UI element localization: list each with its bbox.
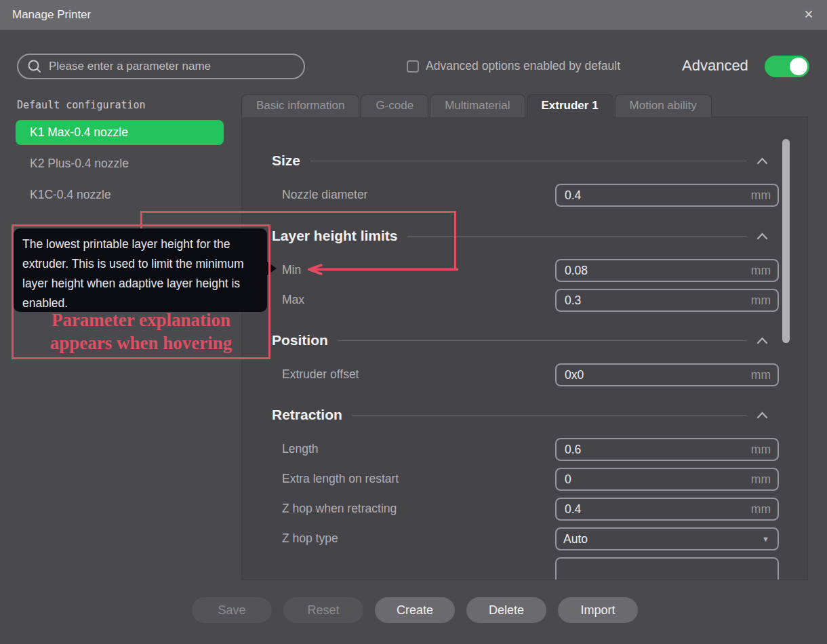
tab-motion-ability[interactable]: Motion ability (615, 94, 712, 117)
min-field: mm (555, 259, 779, 282)
reset-button[interactable]: Reset (283, 597, 363, 623)
setting-row-max: Maxmm (242, 289, 807, 312)
dropdown-caret-icon[interactable]: ▼ (762, 535, 769, 543)
section-header-position: Position (272, 331, 768, 350)
search-input[interactable] (47, 59, 281, 74)
setting-label: Z hop type (282, 531, 338, 546)
extruder-offset-field: mm (555, 363, 779, 386)
setting-row-z-hop-type: Z hop typeAuto▼ (242, 527, 807, 550)
section-title: Retraction (272, 407, 342, 423)
extra-length-on-restart-input[interactable] (563, 472, 751, 487)
setting-label: Extruder offset (282, 367, 359, 382)
unit-label: mm (751, 443, 771, 457)
collapse-chevron-icon[interactable] (757, 233, 768, 240)
z-hop-when-retracting-field: mm (555, 498, 779, 521)
unit-label: mm (751, 368, 771, 382)
z-hop-type-dropdown[interactable]: Auto▼ (555, 527, 779, 550)
toggle-knob (790, 58, 807, 75)
min-input[interactable] (563, 263, 751, 279)
section-header-retraction: Retraction (272, 405, 768, 424)
tab-multimaterial[interactable]: Multimaterial (430, 94, 525, 117)
unit-label: mm (751, 472, 771, 487)
unit-label: mm (751, 502, 771, 517)
footer-buttons: SaveResetCreateDeleteImport (192, 597, 638, 623)
search-icon (27, 59, 42, 74)
collapse-chevron-icon[interactable] (757, 157, 768, 165)
sidebar-item-k2-plus-0-4-nozzle[interactable]: K2 Plus-0.4 nozzle (16, 151, 224, 176)
section-title: Position (272, 332, 328, 348)
extra-length-on-restart-field: mm (555, 468, 779, 491)
advanced-toggle[interactable] (765, 56, 809, 77)
tab-g-code[interactable]: G-code (361, 94, 428, 117)
extruder-offset-input[interactable] (563, 367, 751, 383)
setting-row-z-hop-when-retracting: Z hop when retractingmm (242, 498, 807, 521)
tab-basic-information[interactable]: Basic information (241, 94, 359, 117)
section-divider (407, 236, 747, 237)
tab-bar: Basic informationG-codeMultimaterialExtr… (241, 94, 713, 119)
max-input[interactable] (563, 293, 751, 308)
max-field: mm (555, 289, 779, 312)
z-hop-when-retracting-input[interactable] (563, 502, 751, 517)
setting-label: Extra length on restart (282, 472, 399, 486)
section-title: Size (272, 153, 300, 169)
save-button[interactable]: Save (192, 597, 272, 623)
section-header-size: Size (272, 151, 768, 170)
setting-label: Z hop when retracting (282, 502, 397, 516)
length-input[interactable] (563, 442, 751, 458)
setting-row-extra-length-on-restart: Extra length on restartmm (242, 468, 807, 491)
title-bar: Manage Printer × (0, 0, 827, 30)
scrollbar-thumb[interactable] (782, 139, 790, 343)
collapse-chevron-icon[interactable] (757, 411, 768, 419)
setting-row-nozzle-diameter: Nozzle diametermm (242, 184, 807, 207)
section-divider (352, 415, 747, 416)
unit-label: mm (751, 188, 771, 203)
setting-row-length: Lengthmm (242, 438, 807, 461)
panel-sections: SizeNozzle diametermmLayer height limits… (242, 117, 807, 580)
extruder-settings-panel: SizeNozzle diametermmLayer height limits… (241, 117, 808, 580)
sidebar-item-k1-max-0-4-nozzle[interactable]: K1 Max-0.4 nozzle (16, 120, 224, 145)
section-divider (338, 340, 747, 341)
setting-label: Length (282, 442, 319, 456)
length-field: mm (555, 438, 779, 461)
setting-row-extruder-offset: Extruder offsetmm (242, 363, 807, 386)
sidebar-item-k1c-0-4-nozzle[interactable]: K1C-0.4 nozzle (16, 182, 224, 207)
import-button[interactable]: Import (558, 597, 638, 623)
unit-label: mm (751, 264, 771, 278)
annotation-arrow-icon (305, 264, 458, 275)
section-divider (310, 161, 747, 161)
create-button[interactable]: Create (375, 597, 455, 623)
parameter-search[interactable] (17, 54, 305, 79)
advanced-default-checkbox[interactable] (407, 60, 419, 73)
partial-field (555, 557, 779, 580)
annotation-caption-line1: Parameter explanation (12, 308, 270, 331)
delete-button[interactable]: Delete (466, 597, 546, 623)
setting-label: Max (282, 293, 304, 307)
setting-row-partial (242, 557, 807, 580)
nozzle-diameter-input[interactable] (563, 188, 751, 203)
annotation-caption-line2: appears when hovering (12, 331, 270, 355)
unit-label: mm (751, 294, 771, 308)
collapse-chevron-icon[interactable] (757, 337, 768, 344)
dropdown-value: Auto (563, 532, 762, 546)
close-icon[interactable]: × (797, 0, 820, 30)
nozzle-diameter-field: mm (555, 184, 779, 207)
annotation-caption: Parameter explanation appears when hover… (12, 308, 270, 355)
advanced-toggle-label: Advanced (682, 57, 748, 75)
sidebar-header: Default configuration (17, 99, 146, 111)
manage-printer-dialog: Manage Printer × Advanced options enable… (0, 0, 827, 644)
tab-extruder-1[interactable]: Extruder 1 (527, 94, 613, 119)
window-title: Manage Printer (12, 0, 91, 30)
advanced-default-label: Advanced options enabled by default (426, 59, 620, 73)
setting-label: Nozzle diameter (282, 188, 367, 202)
printer-list: K1 Max-0.4 nozzleK2 Plus-0.4 nozzleK1C-0… (16, 120, 224, 214)
